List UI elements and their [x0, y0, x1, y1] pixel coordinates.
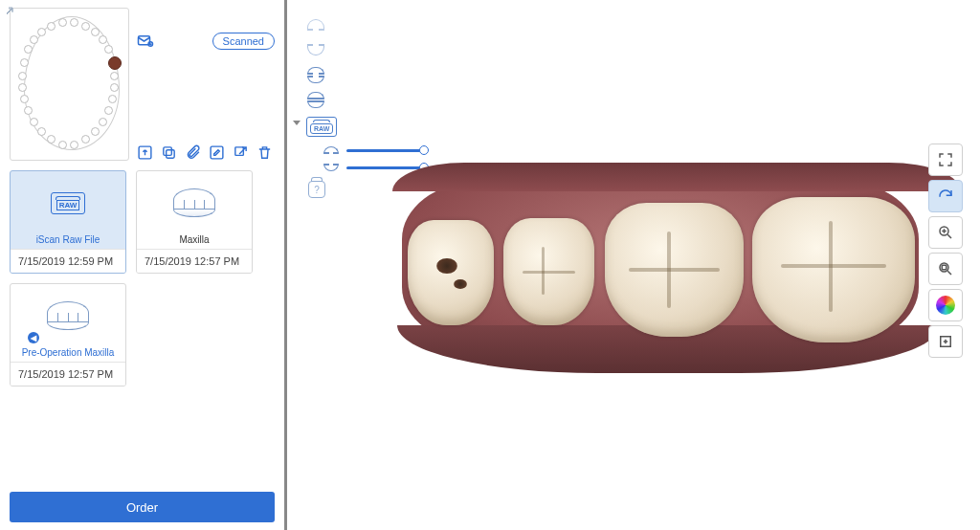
scan-card-preop[interactable]: ◀ Pre-Operation Maxilla 7/15/2019 12:57 … [10, 283, 126, 386]
fit-button[interactable] [928, 253, 963, 285]
dropdown-chevron-icon[interactable] [293, 121, 301, 125]
layer-arch-lower[interactable] [306, 42, 325, 57]
scan-date: 7/15/2019 12:59 PM [11, 249, 125, 273]
svg-rect-3 [167, 150, 175, 159]
fullscreen-button[interactable] [928, 144, 963, 176]
layer-arch-upper[interactable] [306, 17, 325, 33]
scan-date: 7/15/2019 12:57 PM [137, 249, 252, 273]
left-panel: Scanned RAW iScan Raw File 7/15/2019 [0, 0, 287, 530]
help-icon[interactable]: ? [308, 181, 325, 198]
svg-rect-5 [211, 146, 223, 159]
layer-arch-both[interactable] [306, 67, 325, 82]
svg-rect-9 [942, 265, 947, 270]
layer-raw-toggle[interactable]: RAW [306, 117, 337, 137]
scan-label: Pre-Operation Maxilla [11, 347, 125, 362]
export-icon[interactable] [137, 144, 153, 161]
mail-quick-icon[interactable] [137, 33, 154, 50]
viewer-right-toolbar [928, 144, 963, 358]
edit-icon[interactable] [209, 144, 225, 161]
scan-label: iScan Raw File [11, 234, 125, 249]
viewer[interactable]: RAW ? [287, 0, 980, 530]
tooth-chart[interactable] [10, 8, 129, 161]
scan-date: 7/15/2019 12:57 PM [11, 362, 125, 386]
layer-arch-both-solid[interactable] [306, 92, 325, 107]
status-badge: Scanned [212, 33, 275, 50]
scan-card-raw[interactable]: RAW iScan Raw File 7/15/2019 12:59 PM [10, 170, 126, 274]
scan-card-maxilla[interactable]: Maxilla 7/15/2019 12:57 PM [136, 170, 253, 274]
crop-button[interactable] [928, 325, 963, 358]
svg-rect-4 [164, 147, 172, 156]
delete-icon[interactable] [256, 144, 273, 161]
scan-label: Maxilla [137, 234, 252, 249]
order-button[interactable]: Order [10, 492, 275, 522]
svg-point-8 [940, 263, 948, 272]
rotate-button[interactable] [928, 180, 963, 212]
open-external-icon[interactable] [233, 144, 249, 161]
copy-icon[interactable] [161, 144, 177, 161]
zoom-in-button[interactable] [928, 216, 963, 249]
colormap-button[interactable] [928, 289, 963, 321]
attach-icon[interactable] [185, 144, 201, 161]
scan-actions-toolbar [137, 144, 275, 161]
scan-3d-model[interactable] [402, 144, 919, 392]
selected-tooth[interactable] [108, 56, 122, 70]
scans-grid: RAW iScan Raw File 7/15/2019 12:59 PM Ma… [10, 170, 275, 386]
